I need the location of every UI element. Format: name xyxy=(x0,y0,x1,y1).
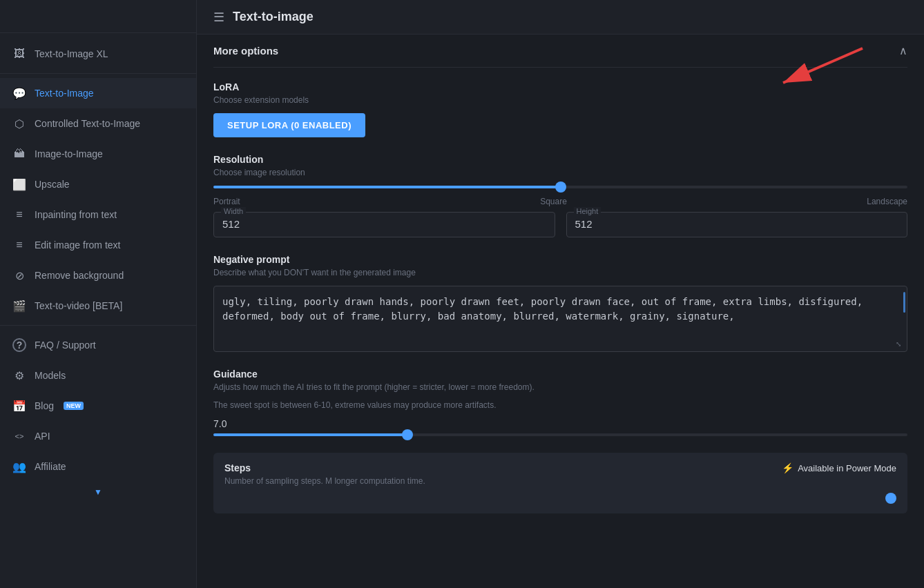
negative-prompt-subtitle: Describe what you DON'T want in the gene… xyxy=(213,268,907,277)
lora-subtitle: Choose extension models xyxy=(213,95,907,105)
sidebar-item-label: Image-to-Image xyxy=(35,148,103,159)
gear-icon: ⚙ xyxy=(12,369,26,382)
sidebar-item-models[interactable]: ⚙ Models xyxy=(0,360,196,391)
sidebar-item-upscale[interactable]: ⬜ Upscale xyxy=(0,169,196,199)
sidebar-item-label: Remove background xyxy=(35,270,124,281)
resolution-section: Resolution Choose image resolution Portr… xyxy=(213,154,907,237)
sidebar-item-inpainting-from-text[interactable]: ≡ Inpainting from text xyxy=(0,199,196,230)
sidebar-item-image-to-image[interactable]: 🏔 Image-to-Image xyxy=(0,139,196,169)
resolution-slider-thumb[interactable] xyxy=(555,182,566,193)
dimension-fields: Width 512 Height 512 xyxy=(213,212,907,237)
setup-lora-button[interactable]: SETUP LORA (0 ENABLED) xyxy=(213,113,365,137)
steps-slider-thumb[interactable] xyxy=(885,493,896,504)
resolution-slider-container: Portrait Square Landscape xyxy=(213,186,907,206)
sidebar-header xyxy=(0,0,196,33)
guidance-slider-track[interactable] xyxy=(213,433,907,436)
width-label: Width xyxy=(221,207,246,215)
chat-icon: 💬 xyxy=(12,86,26,100)
sidebar-item-text-to-image-xl[interactable]: 🖼 Text-to-Image XL xyxy=(0,39,196,69)
main-content: More options ∧ LoRA Choose extension mod… xyxy=(197,35,924,588)
image-icon: 🖼 xyxy=(12,47,26,61)
new-badge: NEW xyxy=(64,402,84,410)
content-area: More options ∧ LoRA Choose extension mod… xyxy=(213,35,907,513)
negative-prompt-title: Negative prompt xyxy=(213,254,907,265)
sidebar-item-label: Edit image from text xyxy=(35,239,121,251)
square-label: Square xyxy=(540,197,567,206)
landscape-label: Landscape xyxy=(867,197,907,206)
lightning-icon: ⚡ xyxy=(782,462,793,473)
sidebar-item-label: Blog xyxy=(35,400,54,411)
sidebar-item-text-to-image[interactable]: 💬 Text-to-Image xyxy=(0,78,196,108)
steps-title: Steps xyxy=(224,462,251,473)
steps-subtitle: Number of sampling steps. M longer compu… xyxy=(224,476,896,486)
scrollbar-indicator xyxy=(903,292,905,313)
portrait-label: Portrait xyxy=(213,197,240,206)
width-value: 512 xyxy=(222,218,546,230)
sidebar-item-label: Text-to-Image XL xyxy=(35,48,108,59)
sidebar-item-label: Text-to-Image xyxy=(35,88,94,99)
faq-icon: ? xyxy=(12,338,26,352)
hamburger-icon[interactable]: ☰ xyxy=(213,10,224,25)
sidebar-nav: 🖼 Text-to-Image XL 💬 Text-to-Image ⬡ Con… xyxy=(0,33,196,588)
sidebar-item-api[interactable]: <> API xyxy=(0,421,196,451)
main-header: ☰ Text-to-image xyxy=(197,0,924,35)
height-label: Height xyxy=(574,207,601,215)
sidebar-item-label: Upscale xyxy=(35,179,70,190)
page-title: Text-to-image xyxy=(233,10,314,24)
power-mode-label: Available in Power Mode xyxy=(798,463,896,473)
steps-slider-row xyxy=(224,493,896,504)
sidebar-item-edit-image-from-text[interactable]: ≡ Edit image from text xyxy=(0,230,196,260)
inpainting-icon: ≡ xyxy=(12,208,26,222)
power-mode-badge: ⚡ Available in Power Mode xyxy=(782,462,896,473)
more-options-label: More options xyxy=(213,45,278,57)
sidebar-item-label: Models xyxy=(35,370,66,381)
guidance-title: Guidance xyxy=(213,369,907,380)
guidance-subtitle2: The sweet spot is between 6-10, extreme … xyxy=(213,400,907,410)
edit-icon: ≡ xyxy=(12,238,26,252)
more-options-toggle[interactable]: More options ∧ xyxy=(213,35,907,68)
sidebar-item-text-to-video[interactable]: 🎬 Text-to-video [BETA] xyxy=(0,291,196,321)
resize-handle-icon[interactable]: ⤡ xyxy=(896,340,904,349)
steps-header: Steps ⚡ Available in Power Mode xyxy=(224,462,896,473)
sidebar-item-label: Inpainting from text xyxy=(35,209,117,220)
resolution-slider-labels: Portrait Square Landscape xyxy=(213,197,907,206)
mountain-icon: 🏔 xyxy=(12,147,26,161)
guidance-slider-fill xyxy=(213,433,407,436)
affiliate-icon: 👥 xyxy=(12,460,26,473)
sidebar-item-remove-background[interactable]: ⊘ Remove background xyxy=(0,260,196,291)
sidebar: 🖼 Text-to-Image XL 💬 Text-to-Image ⬡ Con… xyxy=(0,0,197,588)
sidebar-item-affiliate[interactable]: 👥 Affiliate xyxy=(0,451,196,482)
resolution-title: Resolution xyxy=(213,154,907,165)
resolution-slider-track[interactable] xyxy=(213,186,907,188)
main-panel: ☰ Text-to-image More options ∧ xyxy=(197,0,924,588)
sidebar-scroll-indicator: ▼ xyxy=(0,482,196,502)
guidance-subtitle1: Adjusts how much the AI tries to fit the… xyxy=(213,382,907,392)
calendar-icon: 📅 xyxy=(12,399,26,413)
guidance-slider-thumb[interactable] xyxy=(402,429,413,440)
chevron-up-icon: ∧ xyxy=(899,44,907,57)
sidebar-item-label: Controlled Text-to-Image xyxy=(35,118,140,129)
height-value: 512 xyxy=(575,218,899,230)
sidebar-item-blog[interactable]: 📅 Blog NEW xyxy=(0,391,196,421)
sidebar-item-label: API xyxy=(35,431,50,442)
video-icon: 🎬 xyxy=(12,299,26,313)
guidance-value: 7.0 xyxy=(213,418,907,429)
width-field: Width 512 xyxy=(213,212,555,237)
resolution-slider-fill xyxy=(213,186,561,188)
sidebar-item-faq-support[interactable]: ? FAQ / Support xyxy=(0,330,196,360)
controlled-icon: ⬡ xyxy=(12,117,26,130)
sidebar-item-label: Affiliate xyxy=(35,461,66,472)
sidebar-item-label: FAQ / Support xyxy=(35,340,96,351)
lora-title: LoRA xyxy=(213,81,907,92)
sidebar-item-label: Text-to-video [BETA] xyxy=(35,300,122,311)
negative-prompt-input[interactable] xyxy=(214,286,907,349)
api-icon: <> xyxy=(12,429,26,443)
remove-bg-icon: ⊘ xyxy=(12,268,26,282)
negative-prompt-textarea-container: ⤡ xyxy=(213,286,907,352)
lora-section: LoRA Choose extension models SETUP LORA … xyxy=(213,81,907,137)
height-field: Height 512 xyxy=(566,212,908,237)
sidebar-item-controlled-text-to-image[interactable]: ⬡ Controlled Text-to-Image xyxy=(0,108,196,139)
negative-prompt-section: Negative prompt Describe what you DON'T … xyxy=(213,254,907,352)
resolution-subtitle: Choose image resolution xyxy=(213,168,907,177)
guidance-section: Guidance Adjusts how much the AI tries t… xyxy=(213,369,907,436)
